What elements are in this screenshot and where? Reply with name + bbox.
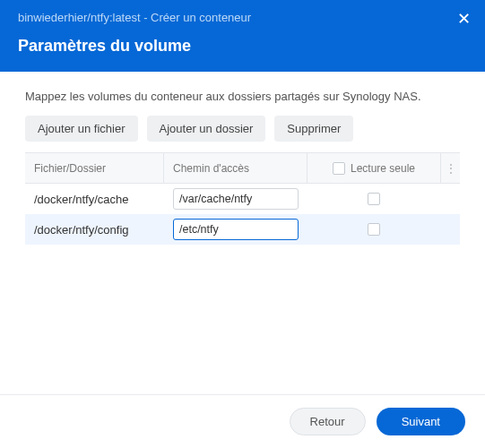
table-row[interactable]: /docker/ntfy/cache [25, 184, 460, 214]
readonly-header-checkbox[interactable] [333, 162, 345, 175]
row-file-cell: /docker/ntfy/config [25, 214, 164, 245]
row-file-cell: /docker/ntfy/cache [25, 184, 164, 214]
path-input[interactable] [173, 219, 299, 240]
row-path-cell [164, 214, 307, 245]
delete-button[interactable]: Supprimer [274, 116, 353, 142]
readonly-header-label: Lecture seule [351, 162, 415, 175]
col-header-path[interactable]: Chemin d'accès [164, 153, 307, 183]
volume-table: Fichier/Dossier Chemin d'accès Lecture s… [25, 152, 460, 245]
description-text: Mappez les volumes du conteneur aux doss… [25, 90, 460, 103]
column-menu-icon[interactable]: ⋮ [440, 153, 460, 183]
close-icon[interactable]: ✕ [457, 11, 471, 27]
path-input[interactable] [173, 188, 299, 210]
readonly-checkbox[interactable] [368, 223, 380, 236]
modal-footer: Retour Suivant [0, 394, 485, 448]
readonly-checkbox[interactable] [368, 193, 380, 205]
row-readonly-cell [307, 223, 440, 236]
back-button[interactable]: Retour [290, 408, 366, 435]
modal-title: binwiederhier/ntfy:latest - Créer un con… [18, 11, 467, 24]
table-header: Fichier/Dossier Chemin d'accès Lecture s… [25, 153, 460, 184]
create-container-modal: binwiederhier/ntfy:latest - Créer un con… [0, 0, 485, 448]
modal-header: binwiederhier/ntfy:latest - Créer un con… [0, 0, 485, 72]
next-button[interactable]: Suivant [377, 408, 465, 435]
modal-content: Mappez les volumes du conteneur aux doss… [0, 72, 485, 394]
row-readonly-cell [307, 193, 440, 205]
toolbar: Ajouter un fichier Ajouter un dossier Su… [25, 116, 460, 142]
col-header-readonly[interactable]: Lecture seule [307, 162, 440, 175]
add-file-button[interactable]: Ajouter un fichier [25, 116, 138, 142]
col-header-file[interactable]: Fichier/Dossier [25, 153, 164, 183]
add-folder-button[interactable]: Ajouter un dossier [147, 116, 266, 142]
modal-subtitle: Paramètres du volume [18, 37, 467, 56]
table-row[interactable]: /docker/ntfy/config [25, 214, 460, 245]
row-path-cell [164, 184, 307, 214]
